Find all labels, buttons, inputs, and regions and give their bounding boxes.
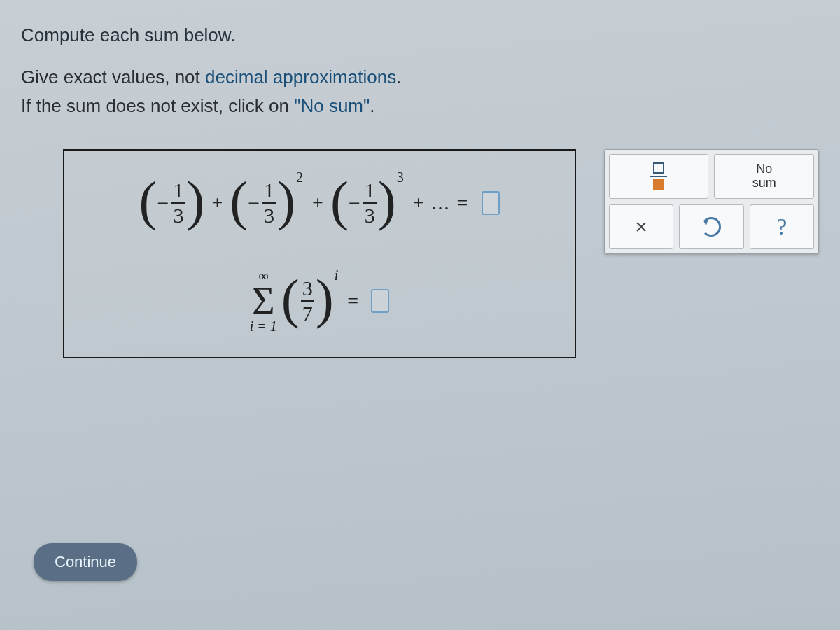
left-paren-icon: ( xyxy=(139,182,158,220)
right-paren-icon: ) xyxy=(378,182,396,220)
fraction: 3 7 xyxy=(301,278,314,324)
term: ( 3 7 ) i xyxy=(281,278,341,324)
no-sum-label: No sum xyxy=(752,162,776,190)
instruction-line-1: Compute each sum below. xyxy=(21,21,819,50)
no-sum-button[interactable]: No sum xyxy=(714,154,814,199)
left-paren-icon: ( xyxy=(230,182,248,220)
fraction: 1 3 xyxy=(363,180,377,226)
reset-button[interactable] xyxy=(679,204,743,249)
instruction-line-2: Give exact values, not decimal approxima… xyxy=(21,63,819,92)
fraction-icon xyxy=(650,162,667,190)
close-icon: × xyxy=(635,215,648,239)
problem-box: ( − 1 3 ) + ( − 1 xyxy=(63,149,576,358)
equation-2: ∞ Σ i = 1 ( 3 7 ) i = xyxy=(68,252,571,350)
instructions-block: Compute each sum below. Give exact value… xyxy=(21,21,819,121)
instruction-line-3: If the sum does not exist, click on "No … xyxy=(21,92,819,121)
help-button[interactable]: ? xyxy=(750,204,814,249)
reset-icon xyxy=(701,217,721,237)
term: ( − 1 3 ) 3 xyxy=(330,180,406,226)
answer-input-2[interactable] xyxy=(371,289,389,313)
tool-panel: No sum × ? xyxy=(604,149,819,254)
right-paren-icon: ) xyxy=(186,182,204,220)
answer-input-1[interactable] xyxy=(482,191,500,215)
term: ( − 1 3 ) 2 xyxy=(230,180,305,226)
right-paren-icon: ) xyxy=(316,280,334,318)
fraction: 1 3 xyxy=(262,180,276,226)
fraction: 1 3 xyxy=(172,180,185,226)
left-paren-icon: ( xyxy=(281,280,300,318)
fraction-template-button[interactable] xyxy=(609,154,709,199)
left-paren-icon: ( xyxy=(330,182,349,220)
continue-button[interactable]: Continue xyxy=(34,543,137,581)
right-paren-icon: ) xyxy=(277,182,295,220)
term: ( − 1 3 ) xyxy=(139,180,205,226)
equation-1: ( − 1 3 ) + ( − 1 xyxy=(68,154,571,252)
clear-button[interactable]: × xyxy=(609,204,673,249)
sigma-icon: ∞ Σ i = 1 xyxy=(250,268,277,334)
help-icon: ? xyxy=(776,214,787,240)
